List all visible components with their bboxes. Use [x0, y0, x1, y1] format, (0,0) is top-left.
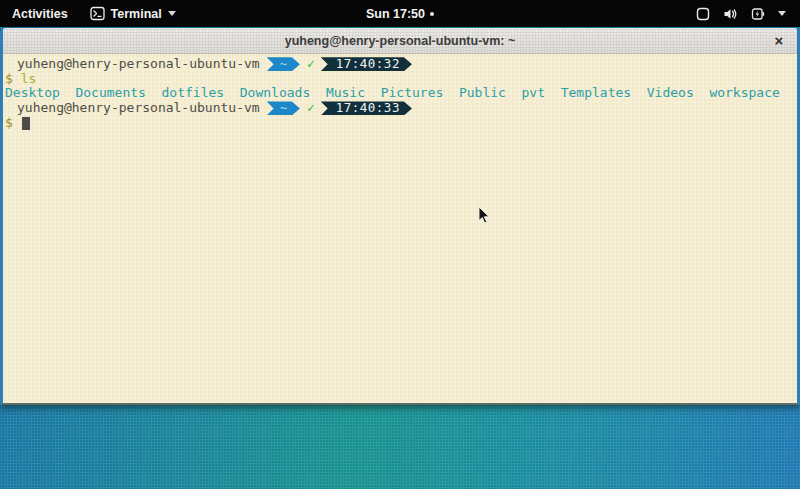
activities-button[interactable]: Activities: [0, 0, 80, 27]
directory-name: dotfiles: [162, 86, 225, 101]
prompt-line: yuheng@henry-personal-ubuntu-vm ~ ✓ 17:4…: [5, 57, 795, 72]
command-line: $ ls: [5, 72, 795, 87]
directory-name: Pictures: [381, 86, 444, 101]
prompt-char: $: [5, 72, 13, 87]
wired-network-icon: [696, 7, 710, 21]
window-titlebar[interactable]: yuheng@henry-personal-ubuntu-vm: ~ ×: [3, 28, 797, 54]
prompt-status-check: ✓: [307, 101, 315, 116]
directory-name: pvt: [522, 86, 545, 101]
app-menu-terminal[interactable]: Terminal: [80, 0, 186, 27]
command-text: ls: [21, 72, 37, 87]
prompt-user: yuheng@henry-personal-ubuntu-vm: [17, 57, 260, 72]
system-status-area[interactable]: [682, 0, 800, 27]
terminal-cursor: [22, 117, 30, 130]
clock-button[interactable]: Sun 17:50: [366, 7, 425, 21]
prompt-line: yuheng@henry-personal-ubuntu-vm ~ ✓ 17:4…: [5, 101, 795, 116]
prompt-status-check: ✓: [307, 57, 315, 72]
prompt-char: $: [5, 116, 13, 131]
prompt-user: yuheng@henry-personal-ubuntu-vm: [17, 101, 260, 116]
chevron-down-icon: [778, 11, 786, 16]
directory-name: workspace: [709, 86, 779, 101]
input-line: $: [5, 116, 795, 131]
top-bar: Activities Terminal Sun 17:50: [0, 0, 800, 27]
prompt-time-segment: 17:40:33: [321, 101, 412, 115]
ls-output-line: DesktopDocumentsdotfilesDownloadsMusicPi…: [5, 86, 795, 101]
volume-icon: [723, 7, 738, 21]
directory-name: Downloads: [240, 86, 310, 101]
prompt-path-segment: ~: [267, 101, 300, 115]
directory-name: Documents: [75, 86, 145, 101]
chevron-down-icon: [168, 11, 176, 16]
window-title: yuheng@henry-personal-ubuntu-vm: ~: [3, 34, 797, 48]
directory-name: Videos: [647, 86, 694, 101]
prompt-time-segment: 17:40:32: [321, 57, 412, 71]
terminal-window: yuheng@henry-personal-ubuntu-vm: ~ × yuh…: [0, 28, 800, 405]
directory-name: Desktop: [5, 86, 60, 101]
directory-name: Templates: [561, 86, 631, 101]
battery-charging-icon: [751, 7, 765, 21]
prompt-path-segment: ~: [267, 57, 300, 71]
directory-name: Public: [459, 86, 506, 101]
notification-dot: [430, 12, 434, 16]
close-button[interactable]: ×: [770, 32, 788, 50]
terminal-screen[interactable]: yuheng@henry-personal-ubuntu-vm ~ ✓ 17:4…: [3, 54, 797, 403]
app-menu-label: Terminal: [111, 7, 162, 21]
terminal-app-icon: [90, 6, 105, 21]
directory-name: Music: [326, 86, 365, 101]
